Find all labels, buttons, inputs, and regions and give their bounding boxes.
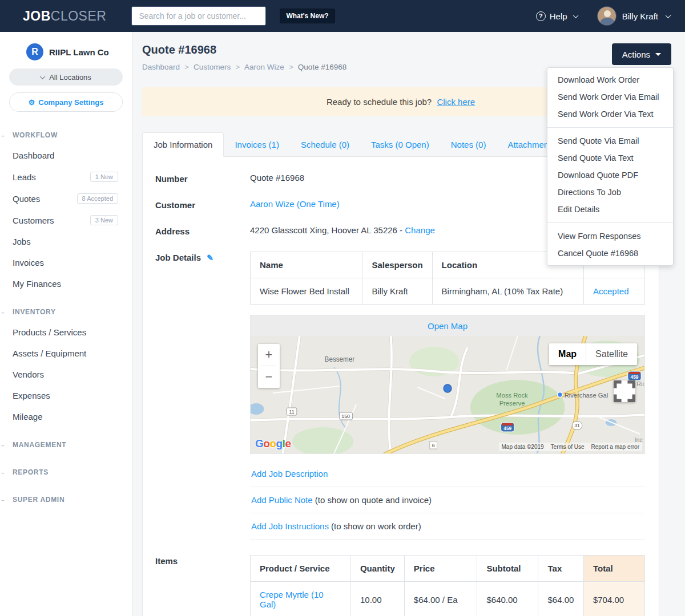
fullscreen-button[interactable] — [614, 380, 635, 402]
gear-icon: ⚙ — [29, 98, 35, 107]
breadcrumb-separator: > — [235, 63, 240, 71]
menu-divider — [547, 222, 673, 223]
item-product-link[interactable]: Crepe Myrtle (10 Gal) — [260, 590, 324, 609]
section-super-admin[interactable]: SUPER ADMIN — [0, 490, 132, 509]
item-subtotal-cell: $640.00 — [477, 582, 538, 616]
job-row: Wise Flower Bed Install Billy Kraft Birm… — [251, 278, 645, 305]
chevron-down-icon — [666, 13, 671, 18]
tab-invoices[interactable]: Invoices (1) — [224, 133, 290, 156]
google-letter: o — [263, 437, 269, 449]
map-block: Open Map — [250, 315, 645, 454]
menu-item-view-form-responses[interactable]: View Form Responses — [547, 228, 673, 245]
add-job-description-link[interactable]: Add Job Description — [251, 469, 328, 479]
menu-item-directions-to-job[interactable]: Directions To Job — [547, 184, 673, 201]
menu-item-send-work-order-email[interactable]: Send Work Order Via Email — [547, 88, 673, 106]
help-label: Help — [550, 11, 567, 21]
top-navbar: JOBCLOSER What's New? ? Help Billy Kraft — [0, 0, 685, 32]
zoom-out-button[interactable]: − — [258, 366, 280, 388]
company-settings-label: Company Settings — [38, 98, 103, 107]
job-location-marker[interactable] — [444, 384, 452, 392]
address-change-link[interactable]: Change — [405, 225, 435, 235]
add-public-note-row: Add Public Note (to show on quote and in… — [250, 487, 645, 513]
svg-text:11: 11 — [289, 409, 295, 415]
items-table: Product / Service Quantity Price Subtota… — [250, 555, 645, 616]
job-location-cell: Birmingham, AL (10% Tax Rate) — [432, 278, 583, 305]
google-logo[interactable]: Google — [255, 437, 291, 450]
alert-click-here-link[interactable]: Click here — [437, 97, 475, 107]
tab-tasks[interactable]: Tasks (0 Open) — [360, 133, 440, 156]
nav-label: Mileage — [13, 412, 43, 422]
user-name: Billy Kraft — [622, 11, 658, 21]
edit-pencil-icon[interactable]: ✎ — [207, 253, 213, 262]
help-icon: ? — [536, 11, 546, 21]
menu-item-download-work-order[interactable]: Download Work Order — [547, 71, 673, 88]
satellite-view-button[interactable]: Satellite — [586, 343, 637, 365]
zoom-in-button[interactable]: + — [258, 344, 280, 366]
sidebar-item-expenses[interactable]: Expenses — [0, 385, 132, 406]
menu-item-cancel-quote[interactable]: Cancel Quote #16968 — [547, 245, 673, 262]
menu-item-send-work-order-text[interactable]: Send Work Order Via Text — [547, 106, 673, 123]
nav-label: Dashboard — [13, 151, 54, 160]
page-title: Quote #16968 — [142, 43, 671, 56]
open-map-link[interactable]: Open Map — [428, 321, 468, 331]
sidebar-item-leads[interactable]: Leads1 New — [0, 166, 132, 188]
actions-button[interactable]: Actions — [612, 43, 671, 65]
map-type-control: Map Satellite — [549, 343, 637, 365]
sidebar-item-jobs[interactable]: Jobs — [0, 231, 132, 252]
customer-link[interactable]: Aaron Wize (One Time) — [250, 199, 340, 209]
items-col-total: Total — [583, 556, 644, 582]
menu-item-send-quote-email[interactable]: Send Quote Via Email — [547, 132, 673, 149]
help-menu[interactable]: ? Help — [536, 11, 578, 21]
breadcrumb-customers[interactable]: Customers — [194, 63, 231, 71]
breadcrumb-dashboard[interactable]: Dashboard — [142, 63, 180, 71]
add-links-list: Add Job Description Add Public Note (to … — [250, 461, 645, 540]
nav-label: Quotes — [13, 194, 40, 204]
sidebar-item-quotes[interactable]: Quotes8 Accepted — [0, 188, 132, 209]
route-shield-6: 6 — [430, 441, 437, 449]
nav-label: Invoices — [13, 258, 44, 268]
map-view-button[interactable]: Map — [549, 343, 586, 365]
sidebar-item-dashboard[interactable]: Dashboard — [0, 145, 132, 166]
map-canvas[interactable]: 11 150 459 — [251, 336, 644, 453]
nav-label: Expenses — [13, 391, 50, 400]
user-menu[interactable]: Billy Kraft — [597, 6, 670, 26]
job-name-cell: Wise Flower Bed Install — [251, 278, 362, 305]
sidebar-item-my-finances[interactable]: My Finances — [0, 273, 132, 294]
report-map-error-link[interactable]: Report a map error — [591, 444, 639, 450]
alert-text: Ready to schedule this job? — [327, 97, 432, 107]
add-public-note-link[interactable]: Add Public Note — [251, 495, 313, 505]
google-letter: e — [285, 437, 291, 449]
job-salesperson-cell: Billy Kraft — [362, 278, 432, 305]
app-logo[interactable]: JOBCLOSER — [23, 9, 106, 24]
tab-notes[interactable]: Notes (0) — [440, 133, 497, 156]
customer-label: Customer — [155, 199, 250, 210]
breadcrumb-separator: > — [289, 63, 293, 71]
map-label-bessemer: Bessemer — [325, 355, 355, 363]
section-reports[interactable]: REPORTS — [0, 463, 132, 482]
job-col-name: Name — [251, 252, 362, 278]
tab-job-information[interactable]: Job Information — [142, 132, 224, 157]
add-job-instructions-link[interactable]: Add Job Instructions — [251, 521, 329, 531]
whats-new-button[interactable]: What's New? — [280, 9, 335, 23]
menu-item-send-quote-text[interactable]: Send Quote Via Text — [547, 149, 673, 167]
section-management[interactable]: MANAGEMENT — [0, 435, 132, 455]
menu-item-download-quote-pdf[interactable]: Download Quote PDF — [547, 167, 673, 184]
route-shield-11: 11 — [287, 408, 297, 415]
tab-schedule[interactable]: Schedule (0) — [290, 133, 360, 156]
terms-of-use-link[interactable]: Terms of Use — [551, 444, 585, 450]
caret-down-icon — [655, 53, 661, 56]
google-letter: o — [269, 437, 276, 449]
sidebar-item-assets-equipment[interactable]: Assets / Equipment — [0, 343, 132, 364]
search-input[interactable] — [131, 6, 266, 26]
item-row: Crepe Myrtle (10 Gal) 10.00 $64.00 / Ea … — [251, 582, 645, 616]
sidebar-item-mileage[interactable]: Mileage — [0, 406, 132, 427]
menu-item-edit-details[interactable]: Edit Details — [547, 201, 673, 218]
sidebar-item-vendors[interactable]: Vendors — [0, 364, 132, 385]
sidebar-item-customers[interactable]: Customers3 New — [0, 209, 132, 231]
all-locations-dropdown[interactable]: All Locations — [9, 68, 123, 86]
company-settings-button[interactable]: ⚙ Company Settings — [9, 92, 123, 112]
job-status-link[interactable]: Accepted — [593, 286, 629, 296]
sidebar-item-invoices[interactable]: Invoices — [0, 252, 132, 273]
breadcrumb-customer-name[interactable]: Aaron Wize — [244, 63, 284, 71]
sidebar-item-products-services[interactable]: Products / Services — [0, 322, 132, 343]
